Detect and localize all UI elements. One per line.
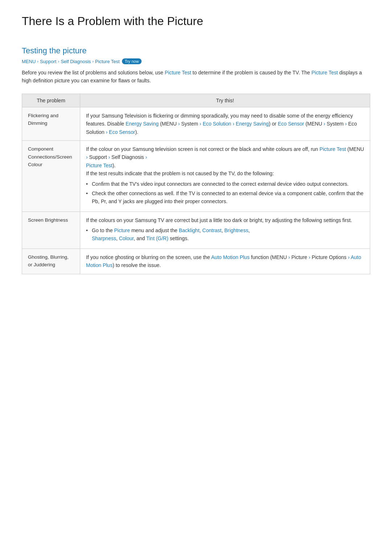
eco-sensor-link-2[interactable]: Eco Sensor bbox=[109, 129, 135, 135]
page-title: There Is a Problem with the Picture bbox=[22, 15, 370, 32]
table-row: Ghosting, Blurring, or Juddering If you … bbox=[22, 249, 370, 274]
table-row: Component Connections/Screen Colour If t… bbox=[22, 140, 370, 212]
chevron-icon: › bbox=[345, 121, 347, 127]
auto-motion-plus-link[interactable]: Auto Motion Plus bbox=[211, 254, 250, 260]
solution-cell: If your Samsung Television is flickering… bbox=[80, 107, 370, 140]
table-row: Screen Brightness If the colours on your… bbox=[22, 212, 370, 249]
chevron-icon: › bbox=[200, 121, 201, 127]
backlight-link[interactable]: Backlight bbox=[179, 227, 200, 233]
picture-test-link-1[interactable]: Picture Test bbox=[165, 70, 191, 75]
chevron-icon: › bbox=[348, 254, 350, 260]
brightness-link[interactable]: Brightness bbox=[224, 227, 248, 233]
table-col-problem: The problem bbox=[22, 94, 80, 107]
intro-text: Before you review the list of problems a… bbox=[22, 69, 370, 85]
chevron-icon: › bbox=[145, 154, 147, 160]
breadcrumb: MENU › Support › Self Diagnosis › Pictur… bbox=[22, 58, 370, 64]
problem-label: Screen Brightness bbox=[22, 212, 80, 249]
breadcrumb-picturetest[interactable]: Picture Test bbox=[95, 59, 120, 64]
chevron-icon: › bbox=[288, 254, 290, 260]
problem-label: Flickering and Dimming bbox=[22, 107, 80, 140]
chevron-icon: › bbox=[309, 254, 310, 260]
picture-test-link-2[interactable]: Picture Test bbox=[86, 163, 113, 168]
energy-saving-link[interactable]: Energy Saving bbox=[126, 121, 159, 127]
breadcrumb-menu[interactable]: MENU bbox=[22, 59, 36, 64]
chevron-icon: › bbox=[233, 121, 234, 127]
energy-saving-link-2[interactable]: Energy Saving bbox=[236, 121, 269, 127]
chevron-icon-3: › bbox=[92, 59, 94, 63]
chevron-icon: › bbox=[106, 129, 107, 135]
sharpness-link[interactable]: Sharpness bbox=[92, 235, 116, 241]
list-item: Go to the Picture menu and adjust the Ba… bbox=[86, 226, 364, 243]
try-now-badge[interactable]: Try now bbox=[122, 58, 142, 64]
solution-bullets: Go to the Picture menu and adjust the Ba… bbox=[86, 226, 364, 243]
problem-label: Ghosting, Blurring, or Juddering bbox=[22, 249, 80, 274]
list-item: Check the other connections as well. If … bbox=[86, 189, 364, 206]
picture-test-link[interactable]: Picture Test bbox=[319, 146, 346, 152]
picture-test-link-2[interactable]: Picture Test bbox=[311, 70, 338, 75]
list-item: Confirm that the TV's video input connec… bbox=[86, 180, 364, 188]
solution-cell: If you notice ghosting or blurring on th… bbox=[80, 249, 370, 274]
chevron-icon-1: › bbox=[37, 59, 38, 63]
chevron-icon-2: › bbox=[58, 59, 60, 63]
breadcrumb-support[interactable]: Support bbox=[40, 59, 57, 64]
contrast-link[interactable]: Contrast bbox=[202, 227, 221, 233]
breadcrumb-selfdiag[interactable]: Self Diagnosis bbox=[61, 59, 91, 64]
picture-menu-link[interactable]: Picture bbox=[114, 227, 130, 233]
tint-link[interactable]: Tint (G/R) bbox=[146, 235, 168, 241]
chevron-icon: › bbox=[323, 121, 325, 127]
chevron-icon: › bbox=[178, 121, 180, 127]
solution-cell: If the colours on your Samsung TV are co… bbox=[80, 212, 370, 249]
problem-label: Component Connections/Screen Colour bbox=[22, 140, 80, 212]
colour-link[interactable]: Colour bbox=[119, 235, 134, 241]
problems-table: The problem Try this! Flickering and Dim… bbox=[22, 94, 370, 274]
eco-sensor-link[interactable]: Eco Sensor bbox=[278, 121, 304, 127]
solution-cell: If the colour on your Samsung television… bbox=[80, 140, 370, 212]
table-col-solution: Try this! bbox=[80, 94, 370, 107]
chevron-icon: › bbox=[86, 154, 88, 160]
eco-solution-link[interactable]: Eco Solution bbox=[203, 121, 231, 127]
section-title: Testing the picture bbox=[22, 46, 370, 56]
chevron-icon: › bbox=[109, 154, 110, 160]
table-row: Flickering and Dimming If your Samsung T… bbox=[22, 107, 370, 140]
solution-bullets: Confirm that the TV's video input connec… bbox=[86, 180, 364, 206]
